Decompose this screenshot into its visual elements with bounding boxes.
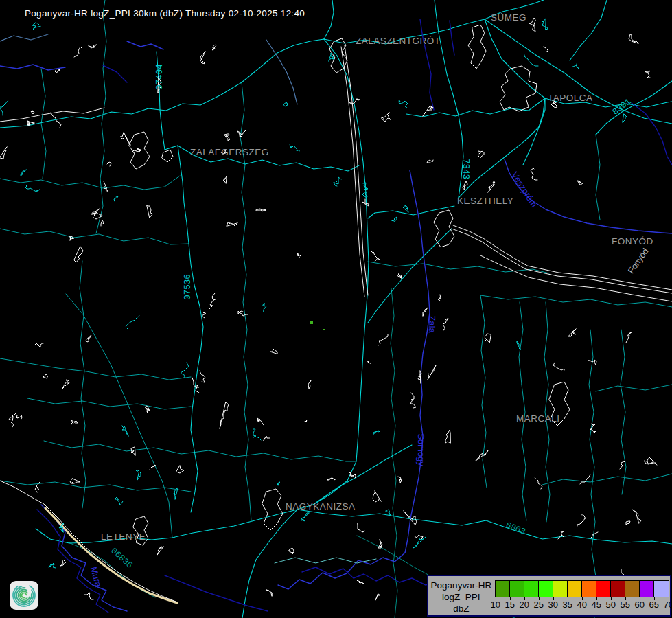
legend-color-cell: [625, 581, 640, 597]
product-title: Poganyvar-HR logZ_PPI 30km (dbZ) Thursda…: [25, 8, 305, 19]
city-label-letenye: LETENYE: [101, 531, 146, 542]
road-number-label-07404: 07404: [155, 64, 165, 90]
road-number-label-07536: 07536: [183, 274, 193, 300]
city-label-marcali: MARCALI: [516, 413, 560, 424]
legend-tick-label: 25: [534, 599, 544, 610]
legend-ticks: 10152025303540455055606570: [495, 597, 669, 610]
legend-color-cell: [524, 581, 539, 597]
met-logo: [9, 580, 39, 610]
legend-colorbar: [495, 580, 669, 597]
legend-color-cell: [568, 581, 582, 597]
legend-site: Poganyvar-HR: [428, 580, 494, 591]
legend-unit: dbZ: [428, 603, 494, 615]
river-label-somogy: Somogy: [416, 433, 426, 466]
legend-tick-label: 65: [649, 599, 659, 610]
city-label-keszthely: KESZTHELY: [457, 196, 513, 206]
city-label-tapolca: TAPOLCA: [548, 93, 593, 103]
radar-display: Poganyvar-HR logZ_PPI 30km (dbZ) Thursda…: [0, 0, 672, 618]
legend-tick-label: 40: [577, 599, 587, 610]
road-number-label-7343: 7343: [461, 159, 470, 179]
legend-tick-label: 70: [664, 599, 672, 610]
settlement-squiggles: [0, 18, 657, 600]
legend-color-cell: [611, 581, 625, 597]
legend-tick-label: 55: [621, 599, 630, 610]
spiral-icon: [9, 580, 39, 610]
legend-text-block: Poganyvar-HR logZ_PPI dbZ: [428, 576, 494, 615]
legend-tick-label: 20: [520, 599, 529, 610]
legend-tick-label: 10: [491, 599, 500, 610]
city-label-zalaszentgrot: ZALASZENTGRÓT: [356, 36, 441, 46]
legend-tick-label: 35: [563, 599, 572, 610]
legend-tick-label: 30: [548, 599, 558, 610]
legend-product: logZ_PPI: [428, 591, 494, 603]
legend-color-cell: [596, 581, 611, 597]
city-label-sumeg: SÜMEG: [491, 12, 526, 23]
legend-color-cell: [496, 581, 510, 597]
legend-tick-label: 15: [505, 599, 515, 610]
white-road-network: [0, 45, 672, 602]
legend-color-cell: [539, 581, 553, 597]
city-label-fonyod: FONYÓD: [612, 236, 653, 247]
legend-color-cell: [640, 581, 654, 597]
legend-color-cell: [510, 581, 524, 597]
city-label-zalaegerszeg: ZALAEGERSZEG: [190, 147, 269, 157]
river-network: [0, 19, 672, 613]
legend-tick-label: 50: [606, 599, 616, 610]
legend-color-cell: [582, 581, 596, 597]
legend-bar-wrap: 10152025303540455055606570: [495, 576, 670, 615]
legend-tick-label: 60: [635, 599, 645, 610]
legend-color-cell: [654, 581, 669, 597]
legend-color-cell: [553, 581, 568, 597]
river-label-zala: Zala: [427, 315, 437, 332]
city-label-nagykanizsa: NAGYKANIZSA: [286, 501, 356, 512]
legend-tick-label: 45: [592, 599, 601, 610]
radar-echo: [310, 313, 332, 330]
colorbar-legend: Poganyvar-HR logZ_PPI dbZ 10152025303540…: [427, 575, 671, 617]
